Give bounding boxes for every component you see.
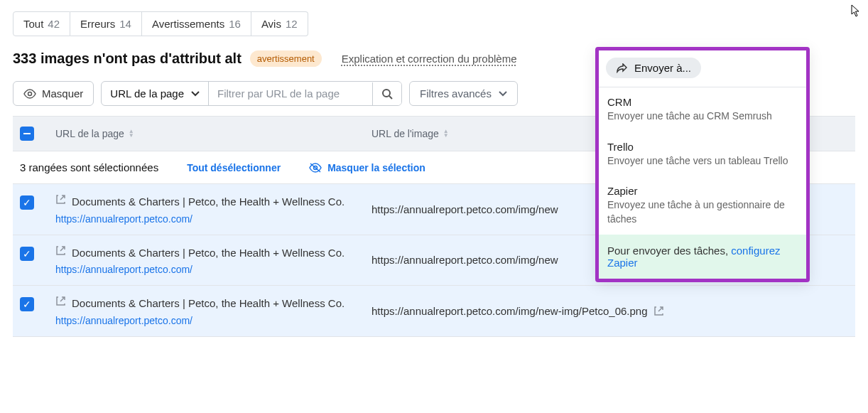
sort-icon: ▲▼ — [129, 129, 134, 138]
tab-errors[interactable]: Erreurs14 — [70, 11, 142, 36]
image-url-text: https://annualreport.petco.com/img/new — [371, 203, 558, 215]
hide-selection-link[interactable]: Masquer la sélection — [309, 162, 425, 173]
page-url-link[interactable]: https://annualreport.petco.com/ — [55, 264, 357, 275]
svg-line-2 — [389, 96, 392, 99]
url-filter-group: URL de la page — [101, 81, 402, 106]
url-filter-input[interactable] — [209, 82, 372, 105]
page-title-text: Documents & Charters | Petco, the Health… — [72, 194, 345, 210]
tab-notices[interactable]: Avis12 — [251, 11, 308, 36]
sort-icon: ▲▼ — [443, 129, 449, 138]
row-checkbox[interactable]: ✓ — [20, 297, 34, 311]
eye-off-icon — [309, 162, 322, 173]
page-title-text: Documents & Charters | Petco, the Health… — [72, 296, 345, 312]
table-row: ✓ Documents & Charters | Petco, the Heal… — [13, 286, 855, 337]
tab-warnings[interactable]: Avertissements16 — [142, 11, 251, 36]
popup-footer: Pour envoyer des tâches, configurez Zapi… — [599, 235, 806, 279]
external-link-icon[interactable] — [653, 306, 664, 316]
page-url-link[interactable]: https://annualreport.petco.com/ — [55, 315, 357, 326]
chevron-down-icon — [191, 91, 200, 97]
send-to-popup: Envoyer à... CRM Envoyer une tâche au CR… — [595, 47, 810, 282]
explain-link[interactable]: Explication et correction du problème — [342, 53, 517, 65]
send-option-crm[interactable]: CRM Envoyer une tâche au CRM Semrush — [599, 87, 806, 132]
issue-heading: 333 images n'ont pas d'attribut alt — [13, 50, 242, 67]
mouse-cursor — [851, 4, 861, 17]
search-button[interactable] — [372, 82, 401, 105]
external-link-icon[interactable] — [55, 245, 66, 256]
row-checkbox[interactable]: ✓ — [20, 195, 34, 210]
image-url-text: https://annualreport.petco.com/img/new-i… — [371, 305, 648, 317]
svg-point-1 — [383, 90, 390, 97]
url-field-select[interactable]: URL de la page — [102, 82, 209, 105]
tab-all[interactable]: Tout42 — [13, 11, 70, 36]
deselect-all-link[interactable]: Tout désélectionner — [187, 162, 281, 173]
row-checkbox[interactable]: ✓ — [20, 247, 34, 261]
select-all-checkbox[interactable] — [20, 127, 34, 141]
page-url-link[interactable]: https://annualreport.petco.com/ — [55, 213, 357, 225]
search-icon — [381, 88, 393, 100]
eye-icon — [23, 89, 36, 99]
selection-count: 3 rangées sont sélectionnées — [20, 161, 158, 173]
severity-badge: avertissement — [250, 50, 322, 67]
page-title-text: Documents & Charters | Petco, the Health… — [72, 245, 345, 262]
share-arrow-icon — [616, 63, 627, 73]
send-option-zapier[interactable]: Zapier Envoyez une tâche à un gestionnai… — [599, 176, 806, 235]
external-link-icon[interactable] — [55, 194, 66, 205]
svg-point-0 — [28, 92, 32, 95]
send-option-trello[interactable]: Trello Envoyer une tâche vers un tableau… — [599, 132, 806, 177]
filter-tabs: Tout42 Erreurs14 Avertissements16 Avis12 — [13, 11, 855, 36]
chevron-down-icon — [499, 91, 507, 97]
hide-button[interactable]: Masquer — [13, 81, 94, 106]
external-link-icon[interactable] — [55, 296, 66, 306]
image-url-text: https://annualreport.petco.com/img/new — [371, 254, 558, 266]
column-page-url[interactable]: URL de la page ▲▼ — [48, 117, 364, 151]
advanced-filters[interactable]: Filtres avancés — [409, 81, 518, 106]
send-to-button[interactable]: Envoyer à... — [606, 58, 701, 78]
